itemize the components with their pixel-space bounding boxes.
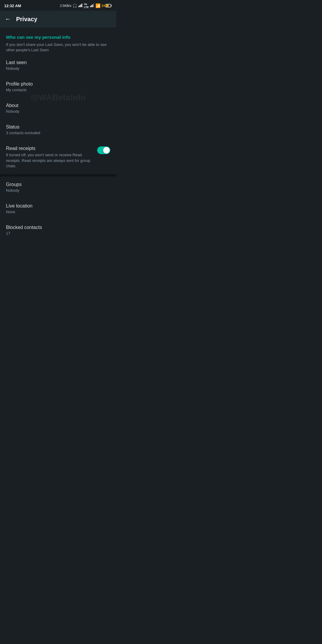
section-description: If you don't share your Last Seen, you w…	[6, 42, 110, 53]
svg-rect-5	[91, 5, 92, 7]
back-button[interactable]: ←	[5, 15, 11, 23]
read-receipts-desc: If turned off, you won't send or receive…	[6, 152, 92, 169]
setting-label-live-location: Live location	[6, 203, 110, 209]
setting-value-last-seen: Nobody	[6, 66, 110, 71]
wifi-icon: 📶	[95, 3, 100, 8]
setting-profile-photo[interactable]: Profile photo My contacts	[0, 76, 116, 97]
svg-rect-10	[106, 5, 109, 7]
setting-label-blocked-contacts: Blocked contacts	[6, 225, 110, 230]
svg-rect-9	[111, 5, 112, 6]
toolbar: ← Privacy	[0, 11, 116, 27]
toggle-knob	[103, 147, 110, 154]
svg-rect-4	[90, 6, 91, 7]
setting-blocked-contacts[interactable]: Blocked contacts 17	[0, 219, 116, 241]
setting-value-profile-photo: My contacts	[6, 88, 110, 92]
setting-label-groups: Groups	[6, 182, 110, 187]
setting-live-location[interactable]: Live location None	[0, 198, 116, 219]
battery-indicator: 24	[102, 4, 112, 7]
signal-icon	[78, 4, 83, 8]
section-divider	[0, 174, 116, 177]
setting-status[interactable]: Status 3 contacts excluded	[0, 119, 116, 140]
headphone-icon: 🎧	[72, 4, 77, 8]
read-receipts-text: Read receipts If turned off, you won't s…	[6, 146, 92, 169]
svg-rect-3	[82, 4, 83, 7]
read-receipts-toggle[interactable]	[97, 146, 110, 154]
svg-rect-1	[80, 5, 80, 7]
setting-label-status: Status	[6, 124, 110, 130]
svg-rect-7	[93, 4, 94, 7]
read-receipts-label: Read receipts	[6, 146, 92, 151]
personal-info-section-header: Who can see my personal info If you don'…	[0, 27, 116, 55]
settings-list: @WABetaInfo Last seen Nobody Profile pho…	[0, 55, 116, 140]
svg-rect-6	[92, 4, 93, 7]
status-time: 12:32 AM	[4, 4, 21, 8]
setting-value-status: 3 contacts excluded	[6, 131, 110, 135]
setting-read-receipts[interactable]: Read receipts If turned off, you won't s…	[0, 140, 116, 174]
volte-icon: VoLTE	[84, 3, 89, 9]
setting-last-seen[interactable]: Last seen Nobody	[0, 55, 116, 76]
setting-value-blocked-contacts: 17	[6, 231, 110, 236]
content: Who can see my personal info If you don'…	[0, 27, 116, 241]
setting-label-last-seen: Last seen	[6, 60, 110, 65]
setting-value-live-location: None	[6, 210, 110, 214]
setting-label-about: About	[6, 103, 110, 108]
setting-value-groups: Nobody	[6, 188, 110, 193]
status-bar: 12:32 AM 2.5KB/s 🎧 VoLTE 📶	[0, 0, 116, 11]
setting-value-about: Nobody	[6, 109, 110, 114]
setting-groups[interactable]: Groups Nobody	[0, 177, 116, 198]
setting-label-profile-photo: Profile photo	[6, 81, 110, 87]
page-title: Privacy	[16, 16, 37, 23]
read-receipts-toggle-container[interactable]	[97, 146, 110, 154]
network-speed: 2.5KB/s	[60, 4, 72, 7]
signal-icon-2	[90, 4, 94, 8]
svg-rect-0	[78, 6, 79, 7]
svg-rect-2	[80, 4, 81, 7]
status-icons: 2.5KB/s 🎧 VoLTE 📶 24	[60, 3, 112, 9]
section-title: Who can see my personal info	[6, 35, 110, 40]
setting-about[interactable]: About Nobody	[0, 97, 116, 119]
